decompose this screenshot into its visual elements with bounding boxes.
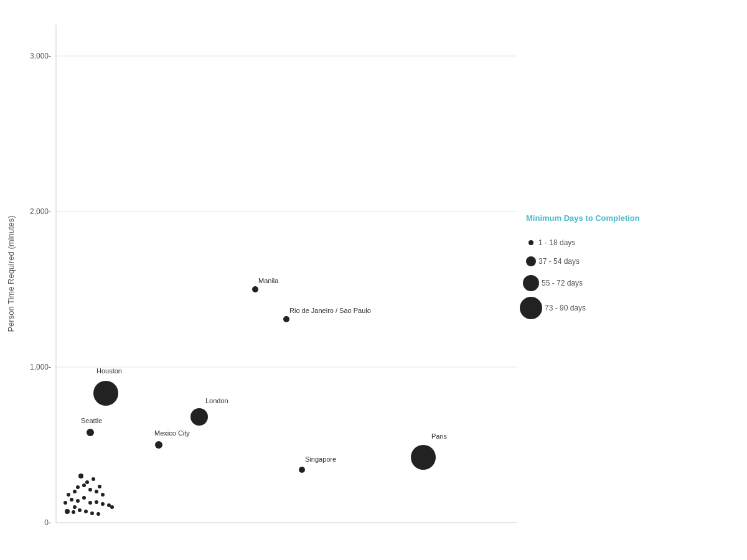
- data-point-cluster-2: [85, 480, 89, 484]
- data-point-singapore: [299, 467, 305, 473]
- city-label-houston: Houston: [96, 367, 122, 375]
- legend-label-2: 37 - 54 days: [538, 257, 580, 266]
- legend-label-3: 55 - 72 days: [542, 279, 583, 287]
- data-point-cluster-9: [101, 493, 105, 497]
- data-point-cluster-24: [78, 508, 82, 512]
- city-label-rio: Rio de Janeiro / Sao Paulo: [289, 307, 371, 314]
- y-axis-label: Person Time Required (minutes): [6, 215, 16, 332]
- data-point-cluster-26: [90, 511, 94, 515]
- data-point-cluster-5: [76, 485, 80, 489]
- legend-dot-1: [529, 240, 533, 245]
- data-point-cluster-3: [92, 477, 95, 481]
- data-point-cluster-10: [73, 490, 77, 493]
- data-point-seattle: [87, 429, 94, 436]
- city-label-seattle: Seattle: [81, 417, 102, 424]
- y-tick-1000: 1,000-: [30, 363, 51, 371]
- city-label-mexicocity: Mexico City: [154, 429, 190, 437]
- y-tick-2000: 2,000-: [30, 207, 51, 216]
- data-point-cluster-16: [95, 500, 98, 504]
- data-point-cluster-19: [110, 505, 114, 509]
- chart-container: 0- 1,000- 2,000- 3,000- Person Time Requ…: [0, 0, 747, 560]
- data-point-cluster-6: [88, 488, 92, 492]
- legend-dot-3: [523, 275, 539, 291]
- city-label-paris: Paris: [431, 432, 448, 440]
- data-point-cluster-11: [67, 493, 70, 497]
- city-label-manila: Manila: [258, 277, 279, 284]
- data-point-mexicocity: [155, 441, 162, 449]
- legend-dot-2: [526, 256, 536, 266]
- data-point-cluster-4: [82, 483, 86, 487]
- data-point-cluster-20: [63, 501, 67, 505]
- data-point-cluster-17: [101, 502, 105, 506]
- data-point-paris: [411, 445, 436, 470]
- data-point-cluster-15: [88, 501, 92, 505]
- data-point-cluster-14: [82, 496, 86, 500]
- city-label-london: London: [205, 397, 228, 404]
- data-point-cluster-1: [78, 474, 83, 478]
- data-point-cluster-7: [95, 490, 98, 493]
- data-point-cluster-13: [76, 499, 80, 503]
- y-tick-0: 0-: [44, 518, 51, 527]
- data-point-houston: [93, 381, 118, 406]
- data-point-cluster-21: [73, 505, 77, 509]
- data-point-london: [190, 408, 208, 426]
- data-point-cluster-8: [98, 485, 101, 488]
- data-point-cluster-22: [65, 509, 70, 514]
- legend-label-1: 1 - 18 days: [538, 238, 575, 247]
- data-point-cluster-27: [96, 512, 100, 516]
- y-tick-3000: 3,000-: [30, 52, 51, 60]
- data-point-cluster-18: [107, 503, 111, 507]
- data-point-cluster-23: [72, 510, 75, 514]
- data-point-cluster-25: [84, 510, 88, 513]
- data-point-cluster-12: [70, 498, 73, 502]
- scatter-plot: 0- 1,000- 2,000- 3,000- Person Time Requ…: [0, 0, 747, 560]
- data-point-manila: [252, 286, 258, 292]
- city-label-singapore: Singapore: [305, 455, 336, 463]
- data-point-rio: [283, 316, 289, 322]
- legend-title: Minimum Days to Completion: [526, 213, 640, 223]
- legend-label-4: 73 - 90 days: [545, 304, 586, 312]
- legend-dot-4: [520, 297, 542, 319]
